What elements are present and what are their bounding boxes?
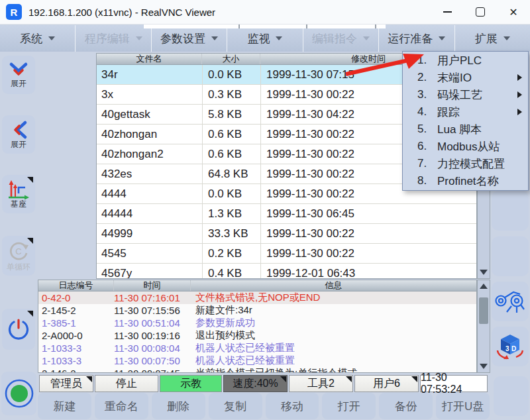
double-chevron-down-icon	[8, 62, 29, 79]
menu-item-5[interactable]: 运行准备	[379, 25, 454, 52]
status-segment-label: 11-30 07:53:24	[421, 372, 487, 395]
chevron-down-icon	[48, 36, 55, 40]
action-button-3[interactable]: 复制	[209, 393, 262, 419]
menu-item-0[interactable]: 系统	[0, 25, 76, 52]
log-row-2[interactable]: 1-385-1 11-30 00:51:04 参数更新成功	[38, 317, 476, 329]
file-name-cell: 432es	[97, 164, 202, 184]
sidebar-button-label: 基座	[11, 200, 26, 209]
chevron-down-icon	[504, 36, 510, 40]
scroll-down-icon[interactable]	[478, 361, 490, 372]
scroll-down-icon[interactable]	[478, 267, 490, 278]
right-sidebar-button-4[interactable]	[494, 376, 529, 416]
file-row-44999[interactable]: 44999 33.3 KB 1999-11-30 00:22	[97, 224, 476, 244]
file-row-4545[interactable]: 4545 0.2 KB 1999-11-30 00:22	[97, 244, 476, 264]
sidebar-button-coordinate-axes[interactable]: 基座	[2, 175, 35, 213]
context-menu-item-1[interactable]: 1.用户PLC	[403, 52, 528, 69]
log-row-1[interactable]: 2-145-2 11-30 07:15:56 新建文件:34r	[38, 304, 476, 317]
log-row-4[interactable]: 1-1033-3 11-30 00:08:04 机器人状态已经被重置	[38, 342, 476, 354]
power-icon	[7, 317, 30, 341]
sidebar-button-single-cycle: C单循环	[2, 236, 35, 276]
log-column-header-2[interactable]: 信息	[191, 280, 476, 291]
menu-item-4: 编辑指令	[303, 25, 379, 52]
menu-item-2[interactable]: 参数设置	[152, 25, 227, 52]
file-row-4567y[interactable]: 4567y 0.4 KB 1999-12-01 06:43	[97, 264, 476, 279]
context-menu-item-number: 2.	[417, 71, 437, 84]
title-bar[interactable]: R 192.168.1.200 (x11vnc) - RealVNC Viewe…	[0, 0, 530, 25]
sidebar-button-power[interactable]	[2, 309, 35, 350]
log-row-3[interactable]: 2-A000-0 11-30 00:19:16 退出预约模式	[38, 329, 476, 342]
chevron-down-icon	[211, 36, 218, 40]
status-segment-label: 管理员	[50, 377, 82, 391]
sidebar-button-label: 展开	[11, 79, 26, 88]
sidebar-button-double-chevron-left[interactable]: 展开	[2, 115, 35, 154]
action-button-1[interactable]: 重命名	[95, 393, 148, 419]
scroll-up-icon[interactable]	[478, 281, 490, 291]
context-menu-item-number: 8.	[417, 174, 437, 187]
menu-item-label: 系统	[20, 31, 42, 46]
action-button-5[interactable]: 打开	[322, 393, 376, 419]
log-row-5[interactable]: 1-1033-3 11-30 00:07:50 机器人状态已经被重置	[38, 354, 476, 367]
action-button-4[interactable]: 移动	[266, 393, 319, 419]
log-row-6[interactable]: 2-146-2 11-30 00:07:45 当前指令模式已切换为:单行指令模式	[38, 367, 476, 373]
log-message-cell: 机器人状态已经被重置	[191, 342, 476, 354]
file-icon: 44999	[101, 227, 132, 240]
file-icon: 40gettask	[101, 108, 150, 121]
log-message-cell: 文件格式错误,无NOP或END	[191, 291, 476, 304]
file-name-cell: 3x	[97, 85, 202, 104]
file-column-header-0[interactable]: 文件名	[97, 54, 202, 64]
file-column-header-1[interactable]: 大小	[202, 54, 260, 64]
menu-item-6[interactable]: 扩展	[455, 25, 530, 52]
file-size-cell: 0.0 KB	[202, 184, 260, 203]
context-menu-item-4[interactable]: 4.跟踪	[403, 103, 528, 121]
context-menu-item-label: 力控模式配置	[437, 156, 505, 172]
sidebar-button-double-chevron-down[interactable]: 展开	[2, 56, 35, 94]
status-segment-0[interactable]: 管理员	[39, 375, 93, 392]
log-message-cell: 新建文件:34r	[191, 304, 476, 317]
status-segment-5[interactable]: 用户6	[354, 375, 419, 392]
log-row-0[interactable]: 0-42-0 11-30 07:16:01 文件格式错误,无NOP或END	[38, 291, 476, 304]
minimize-button[interactable]	[431, 0, 464, 24]
file-name-cell: 4545	[97, 244, 202, 263]
close-button[interactable]: ✕	[497, 0, 530, 24]
context-menu-item-3[interactable]: 3.码垛工艺	[403, 86, 528, 103]
status-segment-4[interactable]: 工具2	[289, 375, 353, 392]
file-modified-cell: 1999-11-30 00:22	[260, 224, 476, 243]
corner-mark-icon	[27, 238, 33, 244]
action-button-6[interactable]: 备份	[379, 393, 433, 419]
menu-item-3[interactable]: 监视	[227, 25, 303, 52]
context-menu-item-2[interactable]: 2.末端IO	[403, 69, 528, 86]
right-sidebar-button-robot-arm[interactable]	[492, 282, 529, 321]
file-name-cell: 4444	[97, 184, 202, 203]
warning-icon: 1-385-1	[42, 317, 76, 329]
maximize-button[interactable]	[464, 0, 497, 24]
chevron-down-icon	[136, 36, 142, 40]
action-button-0[interactable]: 新建	[38, 393, 91, 419]
chevron-down-icon	[276, 36, 282, 40]
right-sidebar-button-1[interactable]	[492, 236, 529, 276]
context-menu-item-number: 5.	[417, 123, 437, 136]
record-icon	[4, 378, 34, 409]
right-sidebar-button-3d-view[interactable]: 3 D	[492, 327, 529, 366]
action-button-2[interactable]: 删除	[152, 393, 205, 419]
status-segment-1[interactable]: 停止	[95, 375, 158, 392]
right-sidebar-button-0[interactable]	[492, 191, 529, 231]
context-menu-item-7[interactable]: 7.力控模式配置	[403, 155, 528, 172]
action-button-row: 新建重命名删除复制移动打开备份打开U盘	[38, 393, 490, 419]
scrollbar-thumb[interactable]	[479, 297, 488, 324]
sidebar-button-label: 单循环	[7, 263, 30, 272]
file-icon: 3x	[101, 88, 113, 101]
context-menu-item-5[interactable]: 5.Lua 脚本	[403, 121, 528, 138]
log-column-header-1[interactable]: 时间	[114, 280, 191, 291]
log-scrollbar[interactable]	[477, 280, 490, 373]
context-menu-item-8[interactable]: 8.Profinet名称	[403, 172, 528, 189]
chevron-down-icon	[439, 36, 445, 40]
status-segment-3[interactable]: 速度:40%	[223, 375, 288, 392]
file-size-cell: 33.3 KB	[202, 224, 260, 243]
sidebar-button-record[interactable]	[1, 372, 36, 415]
context-menu-item-6[interactable]: 6.Modbus从站	[403, 138, 528, 155]
file-row-44444[interactable]: 44444 1.3 KB 1999-11-30 06:45	[97, 204, 476, 224]
file-name-cell: 40zhongan2	[97, 144, 202, 164]
action-button-7[interactable]: 打开U盘	[436, 393, 490, 419]
log-column-header-0[interactable]: 日志编号	[38, 280, 114, 291]
status-segment-2[interactable]: 示教	[160, 375, 222, 392]
